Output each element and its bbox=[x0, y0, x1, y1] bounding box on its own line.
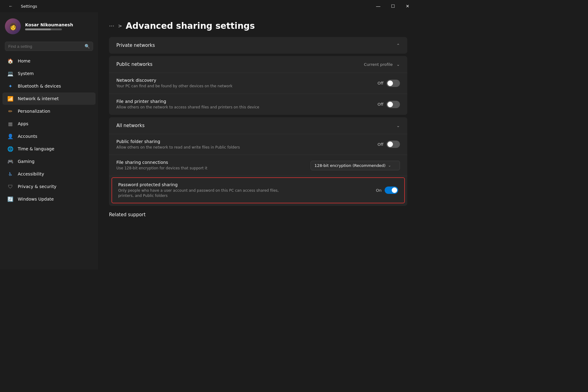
page-title: Advanced sharing settings bbox=[126, 21, 255, 31]
sidebar-item-accounts[interactable]: 👤 Accounts bbox=[2, 130, 96, 142]
section-title-public: Public networks bbox=[116, 62, 153, 67]
sidebar-nav: 🏠 Home 💻 System ✦ Bluetooth & devices 📶 … bbox=[0, 55, 98, 205]
titlebar: ← Settings — ☐ ✕ bbox=[0, 0, 418, 12]
app-container: 👩 Kosar Nikoumanesh 🔍 🏠 Home 💻 System bbox=[0, 12, 418, 270]
setting-row-network-discovery: Network discovery Your PC can find and b… bbox=[109, 73, 407, 94]
titlebar-controls: — ☐ ✕ bbox=[371, 1, 415, 11]
main-content: ··· > Advanced sharing settings Private … bbox=[98, 12, 418, 270]
setting-desc-public-folder-sharing: Allow others on the network to read and … bbox=[116, 145, 240, 150]
settings-body-public: Network discovery Your PC can find and b… bbox=[109, 73, 407, 115]
setting-desc-network-discovery: Your PC can find and be found by other d… bbox=[116, 84, 232, 89]
section-header-all-networks[interactable]: All networks ⌄ bbox=[109, 117, 407, 134]
bluetooth-icon: ✦ bbox=[7, 83, 13, 89]
sidebar: 👩 Kosar Nikoumanesh 🔍 🏠 Home 💻 System bbox=[0, 12, 98, 270]
setting-name-file-sharing-connections: File sharing connections bbox=[116, 160, 207, 165]
control-file-printer-sharing: Off bbox=[378, 101, 400, 108]
control-public-folder-sharing: Off bbox=[378, 141, 400, 148]
section-meta-all-networks: ⌄ bbox=[396, 123, 400, 128]
close-button[interactable]: ✕ bbox=[401, 1, 415, 11]
minimize-button[interactable]: — bbox=[371, 1, 385, 11]
settings-body-all-networks: Public folder sharing Allow others on th… bbox=[109, 134, 407, 203]
setting-desc-file-printer-sharing: Allow others on the network to access sh… bbox=[116, 105, 259, 110]
titlebar-left: ← Settings bbox=[4, 1, 37, 11]
setting-row-file-printer-sharing: File and printer sharing Allow others on… bbox=[109, 94, 407, 115]
sidebar-item-bluetooth[interactable]: ✦ Bluetooth & devices bbox=[2, 80, 96, 92]
user-bar-fill bbox=[25, 28, 51, 30]
setting-name-file-printer-sharing: File and printer sharing bbox=[116, 99, 259, 104]
sidebar-item-personalization[interactable]: ✏️ Personalization bbox=[2, 105, 96, 117]
setting-name-network-discovery: Network discovery bbox=[116, 78, 232, 83]
update-label: Windows Update bbox=[18, 197, 54, 202]
section-meta-private: ⌃ bbox=[396, 43, 400, 48]
toggle-file-printer-sharing[interactable] bbox=[386, 101, 400, 108]
control-label-file-printer-sharing: Off bbox=[378, 102, 383, 107]
setting-name-password-protected-sharing: Password protected sharing bbox=[118, 182, 290, 187]
setting-info-file-printer-sharing: File and printer sharing Allow others on… bbox=[116, 99, 259, 110]
toggle-thumb-password-protected-sharing bbox=[392, 187, 397, 193]
chevron-public-icon: ⌄ bbox=[396, 62, 400, 67]
section-title-all-networks: All networks bbox=[116, 123, 145, 128]
setting-row-public-folder-sharing: Public folder sharing Allow others on th… bbox=[109, 134, 407, 155]
home-icon: 🏠 bbox=[7, 58, 13, 64]
user-profile[interactable]: 👩 Kosar Nikoumanesh bbox=[0, 12, 98, 39]
bluetooth-label: Bluetooth & devices bbox=[18, 84, 61, 89]
setting-row-password-protected-sharing: Password protected sharing Only people w… bbox=[111, 177, 405, 203]
back-button[interactable]: ← bbox=[4, 1, 18, 11]
section-meta-public: Current profile ⌄ bbox=[364, 62, 400, 67]
control-network-discovery: Off bbox=[378, 80, 400, 87]
settings-sections: Private networks ⌃ Public networks Curre… bbox=[98, 37, 418, 228]
setting-info-network-discovery: Network discovery Your PC can find and b… bbox=[116, 78, 232, 89]
gaming-label: Gaming bbox=[18, 159, 35, 164]
toggle-thumb-file-printer-sharing bbox=[387, 102, 393, 107]
personalization-icon: ✏️ bbox=[7, 108, 13, 114]
section-all-networks: All networks ⌄ Public folder sharing All… bbox=[109, 117, 407, 206]
section-header-private[interactable]: Private networks ⌃ bbox=[109, 37, 407, 54]
user-info: Kosar Nikoumanesh bbox=[25, 22, 73, 30]
setting-desc-file-sharing-connections: Use 128-bit encryption for devices that … bbox=[116, 166, 207, 171]
section-header-public[interactable]: Public networks Current profile ⌄ bbox=[109, 56, 407, 73]
search-box: 🔍 bbox=[5, 42, 93, 51]
home-label: Home bbox=[18, 58, 30, 63]
network-icon: 📶 bbox=[7, 96, 13, 102]
avatar-emoji: 👩 bbox=[9, 23, 17, 30]
user-bar bbox=[25, 28, 62, 30]
accounts-label: Accounts bbox=[18, 134, 37, 139]
search-icon: 🔍 bbox=[85, 44, 90, 49]
control-label-network-discovery: Off bbox=[378, 81, 383, 85]
gaming-icon: 🎮 bbox=[7, 158, 13, 164]
sidebar-item-privacy[interactable]: 🛡 Privacy & security bbox=[2, 180, 96, 193]
setting-info-password-protected-sharing: Password protected sharing Only people w… bbox=[118, 182, 290, 198]
control-password-protected-sharing: On bbox=[376, 187, 398, 194]
related-support: Related support bbox=[109, 208, 407, 217]
system-label: System bbox=[18, 71, 34, 76]
section-private: Private networks ⌃ bbox=[109, 37, 407, 54]
toggle-password-protected-sharing[interactable] bbox=[385, 187, 398, 194]
breadcrumb-dots[interactable]: ··· bbox=[109, 23, 114, 29]
sidebar-item-time[interactable]: 🌐 Time & language bbox=[2, 143, 96, 155]
sidebar-item-home[interactable]: 🏠 Home bbox=[2, 55, 96, 67]
search-input[interactable] bbox=[8, 44, 82, 49]
search-container: 🔍 bbox=[0, 39, 98, 55]
time-label: Time & language bbox=[18, 146, 54, 151]
content-header: ··· > Advanced sharing settings bbox=[98, 12, 418, 37]
accessibility-icon: ♿ bbox=[7, 171, 13, 177]
section-title-private: Private networks bbox=[116, 43, 155, 48]
toggle-public-folder-sharing[interactable] bbox=[386, 141, 400, 148]
time-icon: 🌐 bbox=[7, 146, 13, 152]
setting-desc-password-protected-sharing: Only people who have a user account and … bbox=[118, 188, 290, 198]
sidebar-item-accessibility[interactable]: ♿ Accessibility bbox=[2, 168, 96, 180]
network-label: Network & internet bbox=[18, 96, 59, 101]
maximize-button[interactable]: ☐ bbox=[386, 1, 400, 11]
sidebar-item-network[interactable]: 📶 Network & internet bbox=[2, 92, 96, 105]
sidebar-item-apps[interactable]: ▦ Apps bbox=[2, 118, 96, 130]
dropdown-file-sharing-connections[interactable]: 128-bit encryption (Recommended) ⌄ bbox=[311, 161, 400, 170]
setting-row-file-sharing-connections: File sharing connections Use 128-bit enc… bbox=[109, 155, 407, 176]
sidebar-item-system[interactable]: 💻 System bbox=[2, 67, 96, 80]
update-icon: 🔄 bbox=[7, 196, 13, 202]
toggle-network-discovery[interactable] bbox=[386, 80, 400, 87]
setting-info-public-folder-sharing: Public folder sharing Allow others on th… bbox=[116, 139, 240, 150]
sidebar-item-update[interactable]: 🔄 Windows Update bbox=[2, 193, 96, 205]
toggle-thumb-public-folder-sharing bbox=[387, 141, 393, 147]
chevron-private-icon: ⌃ bbox=[396, 43, 400, 48]
sidebar-item-gaming[interactable]: 🎮 Gaming bbox=[2, 155, 96, 168]
